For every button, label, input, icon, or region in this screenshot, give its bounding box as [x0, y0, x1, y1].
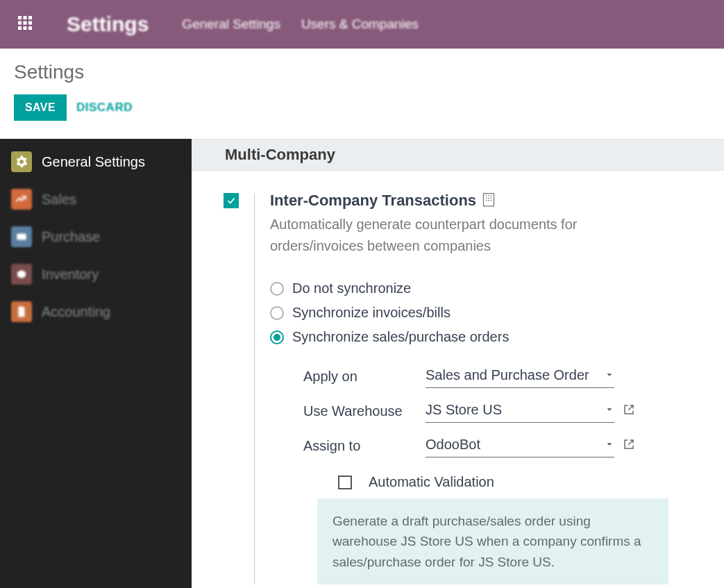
- action-row: SAVE DISCARD: [14, 94, 710, 121]
- sidebar-item-label: Inventory: [42, 267, 99, 283]
- radio-group: Do not synchronize Synchronize invoices/…: [270, 276, 668, 349]
- setting-block: Inter-Company Transactions Automatically…: [192, 171, 724, 585]
- radio-label: Do not synchronize: [292, 280, 411, 296]
- enable-checkbox[interactable]: [224, 193, 239, 208]
- auto-validation-row: Automatic Validation: [303, 463, 668, 496]
- info-box: Generate a draft purchase/sales order us…: [317, 498, 668, 585]
- caret-down-icon: [605, 437, 614, 453]
- caret-down-icon: [605, 367, 614, 383]
- svg-rect-1: [24, 16, 27, 19]
- radio-icon: [270, 330, 284, 344]
- radio-sync-invoices[interactable]: Synchronize invoices/bills: [270, 301, 668, 325]
- discard-button[interactable]: DISCARD: [76, 101, 133, 115]
- cart-icon: [11, 226, 32, 247]
- field-block: Apply on Sales and Purchase Order Use Wa…: [270, 359, 668, 585]
- page-title: Settings: [14, 61, 710, 83]
- sidebar-item-label: Sales: [42, 192, 76, 208]
- sidebar-item-label: Accounting: [42, 304, 110, 320]
- building-icon: [482, 192, 496, 210]
- apps-icon[interactable]: [17, 15, 33, 34]
- sidebar-item-accounting[interactable]: Accounting: [0, 293, 192, 330]
- svg-rect-7: [24, 26, 27, 30]
- sidebar-item-label: General Settings: [42, 154, 145, 170]
- field-value: Sales and Purchase Order: [426, 367, 589, 383]
- auto-validation-label: Automatic Validation: [369, 474, 494, 490]
- radio-sync-orders[interactable]: Synchronize sales/purchase orders: [270, 325, 668, 349]
- gear-icon: [11, 151, 32, 172]
- radio-icon: [270, 282, 284, 296]
- field-value: OdooBot: [426, 437, 480, 453]
- topnav: General Settings Users & Companies: [182, 17, 418, 32]
- radio-do-not-sync[interactable]: Do not synchronize: [270, 276, 668, 301]
- radio-label: Synchronize sales/purchase orders: [292, 329, 509, 345]
- setting-description: Automatically generate counterpart docum…: [270, 214, 668, 257]
- sidebar-item-inventory[interactable]: Inventory: [0, 255, 192, 293]
- setting-body: Inter-Company Transactions Automatically…: [270, 192, 710, 585]
- nav-users-companies[interactable]: Users & Companies: [301, 17, 419, 32]
- box-icon: [11, 264, 32, 285]
- svg-rect-9: [17, 234, 26, 240]
- svg-rect-6: [18, 26, 22, 30]
- save-button[interactable]: SAVE: [14, 94, 67, 121]
- svg-rect-3: [18, 22, 22, 25]
- sidebar-item-purchase[interactable]: Purchase: [0, 218, 192, 255]
- section-header: Multi-Company: [192, 139, 724, 171]
- svg-rect-4: [24, 22, 27, 25]
- sidebar-item-general-settings[interactable]: General Settings: [0, 143, 192, 180]
- external-link-icon[interactable]: [623, 403, 635, 419]
- sidebar: General Settings Sales Purchase Inventor…: [0, 139, 192, 588]
- nav-general-settings[interactable]: General Settings: [182, 17, 280, 32]
- svg-rect-8: [28, 26, 32, 30]
- radio-label: Synchronize invoices/bills: [292, 305, 451, 321]
- svg-rect-10: [484, 194, 494, 206]
- svg-rect-2: [28, 16, 32, 19]
- sidebar-item-sales[interactable]: Sales: [0, 180, 192, 218]
- field-apply-on: Apply on Sales and Purchase Order: [303, 359, 668, 394]
- field-assign-to: Assign to OdooBot: [303, 428, 668, 463]
- field-value: JS Store US: [426, 402, 502, 418]
- document-icon: [11, 301, 32, 322]
- main: Multi-Company Inter-Company Transactions…: [192, 139, 724, 588]
- field-use-warehouse: Use Warehouse JS Store US: [303, 394, 668, 428]
- auto-validation-checkbox[interactable]: [338, 476, 352, 489]
- svg-rect-0: [18, 16, 22, 19]
- radio-icon: [270, 306, 284, 320]
- field-label: Apply on: [303, 369, 426, 385]
- setting-title: Inter-Company Transactions: [270, 192, 476, 210]
- assign-to-select[interactable]: OdooBot: [426, 434, 614, 457]
- external-link-icon[interactable]: [623, 438, 635, 454]
- field-label: Use Warehouse: [303, 403, 426, 419]
- subheader: Settings SAVE DISCARD: [0, 49, 724, 139]
- field-label: Assign to: [303, 438, 426, 454]
- divider: [254, 193, 255, 585]
- brand-title: Settings: [67, 12, 149, 36]
- apply-on-select[interactable]: Sales and Purchase Order: [426, 364, 614, 388]
- sidebar-item-label: Purchase: [42, 229, 101, 245]
- caret-down-icon: [605, 402, 614, 418]
- body: General Settings Sales Purchase Inventor…: [0, 139, 724, 588]
- chart-icon: [11, 189, 32, 210]
- svg-rect-5: [28, 22, 32, 25]
- topbar: Settings General Settings Users & Compan…: [0, 0, 724, 49]
- warehouse-select[interactable]: JS Store US: [426, 399, 614, 423]
